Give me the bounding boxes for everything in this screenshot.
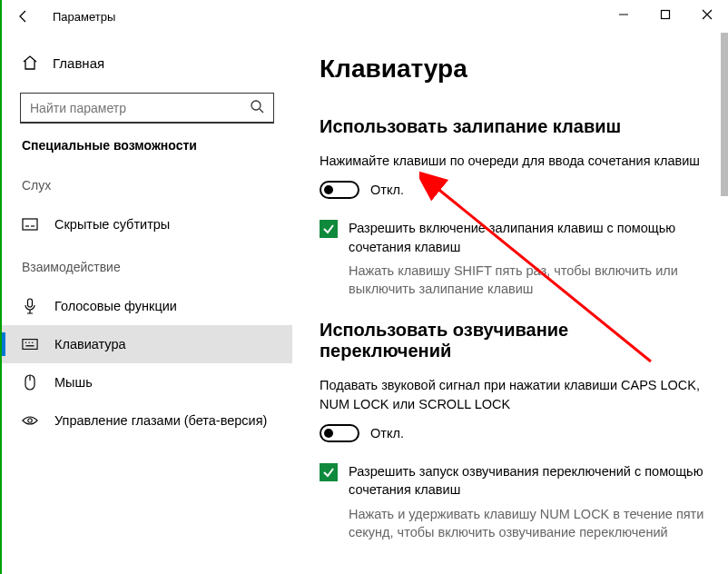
scrollbar-thumb[interactable] (721, 33, 728, 196)
svg-rect-8 (23, 340, 37, 350)
svg-point-10 (28, 341, 29, 342)
toggle-keys-toggle-state: Откл. (370, 426, 404, 440)
svg-point-9 (25, 341, 26, 342)
sidebar-item-label: Клавиатура (54, 337, 126, 351)
minimize-button[interactable] (603, 0, 644, 29)
sidebar-category-hearing: Слух (2, 178, 292, 193)
sidebar: Главная Специальные возможности Слух Скр… (2, 33, 292, 574)
sticky-keys-shortcut-checkbox[interactable] (320, 220, 338, 238)
scrollbar[interactable] (721, 33, 728, 574)
sidebar-category-interaction: Взаимодействие (2, 260, 292, 274)
sidebar-item-label: Голосовые функции (54, 299, 177, 313)
mouse-icon (22, 374, 38, 391)
window-controls (603, 0, 728, 29)
sidebar-home-label: Главная (53, 55, 104, 71)
eye-icon (22, 412, 38, 429)
toggle-keys-shortcut-label: Разрешить запуск озвучивания переключени… (349, 462, 704, 500)
main-panel: Клавиатура Использовать залипание клавиш… (292, 33, 728, 574)
sticky-keys-desc: Нажимайте клавиши по очереди для ввода с… (320, 152, 701, 170)
toggle-keys-toggle[interactable] (320, 424, 359, 442)
sticky-keys-shortcut-hint: Нажать клавишу SHIFT пять раз, чтобы вкл… (349, 262, 704, 299)
back-button[interactable] (11, 4, 36, 29)
search-input[interactable] (30, 101, 250, 115)
sidebar-item-mouse[interactable]: Мышь (2, 363, 292, 401)
sidebar-section: Специальные возможности (2, 138, 292, 153)
svg-point-11 (32, 341, 33, 342)
svg-rect-4 (23, 219, 37, 230)
sidebar-item-voice[interactable]: Голосовые функции (2, 287, 292, 325)
window-title: Параметры (53, 10, 115, 24)
sticky-keys-heading: Использовать залипание клавиш (320, 116, 704, 137)
search-icon (250, 99, 264, 117)
svg-rect-1 (662, 11, 670, 19)
svg-line-3 (260, 109, 263, 113)
sidebar-item-keyboard[interactable]: Клавиатура (2, 325, 292, 363)
sidebar-item-label: Скрытые субтитры (54, 217, 170, 232)
svg-point-15 (28, 419, 33, 423)
sticky-keys-toggle[interactable] (320, 181, 359, 199)
toggle-keys-heading: Использовать озвучивание переключений (320, 320, 704, 361)
microphone-icon (22, 298, 38, 314)
maximize-button[interactable] (644, 0, 686, 29)
sticky-keys-toggle-state: Откл. (370, 183, 404, 197)
svg-rect-7 (28, 299, 33, 307)
keyboard-icon (22, 336, 38, 352)
sticky-keys-shortcut-label: Разрешить включение залипания клавиш с п… (349, 219, 704, 256)
sidebar-item-label: Мышь (54, 375, 93, 390)
close-button[interactable] (686, 0, 728, 29)
sidebar-item-label: Управление глазами (бета-версия) (54, 413, 267, 428)
page-title: Клавиатура (320, 54, 704, 84)
toggle-keys-shortcut-hint: Нажать и удерживать клавишу NUM LOCK в т… (349, 505, 704, 542)
sidebar-item-home[interactable]: Главная (2, 49, 292, 76)
titlebar: Параметры (2, 0, 728, 33)
sidebar-item-subtitles[interactable]: Скрытые субтитры (2, 205, 292, 243)
search-box[interactable] (20, 93, 274, 124)
subtitles-icon (22, 216, 38, 233)
svg-point-2 (251, 101, 261, 110)
toggle-keys-desc: Подавать звуковой сигнал при нажатии кла… (320, 376, 701, 413)
home-icon (22, 54, 38, 71)
sidebar-item-eye-control[interactable]: Управление глазами (бета-версия) (2, 401, 292, 440)
toggle-keys-shortcut-checkbox[interactable] (320, 463, 338, 481)
